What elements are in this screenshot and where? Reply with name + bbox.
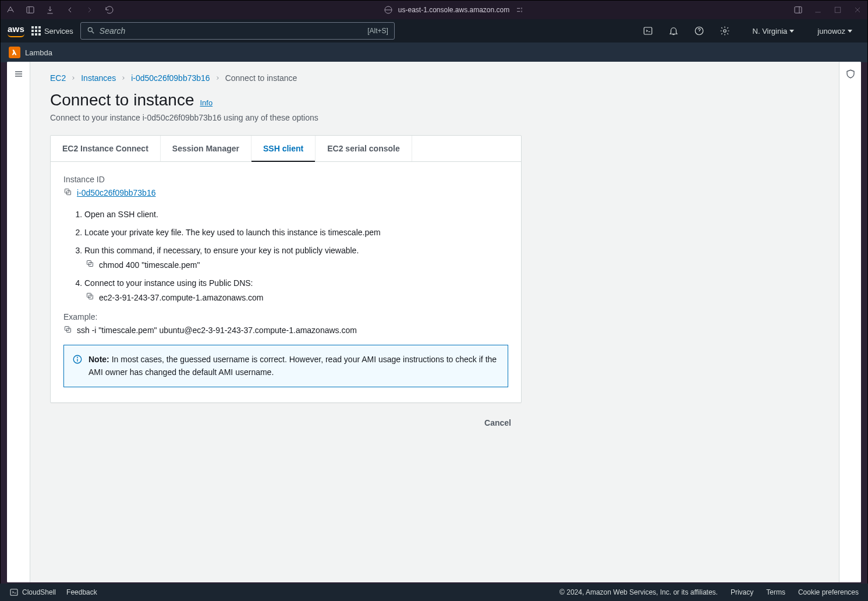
breadcrumb-ec2[interactable]: EC2 — [50, 73, 66, 83]
window-minimize-icon[interactable] — [813, 5, 823, 15]
ssh-steps: Open an SSH client. Locate your private … — [74, 208, 508, 304]
tab-ec2-instance-connect[interactable]: EC2 Instance Connect — [51, 136, 161, 161]
console-body: EC2 Instances i-0d50c26f09bb73b16 Connec… — [7, 62, 861, 582]
site-security-icon[interactable] — [383, 5, 394, 15]
tab-serial-console[interactable]: EC2 serial console — [316, 136, 412, 161]
page-subtitle: Connect to your instance i-0d50c26f09bb7… — [50, 113, 819, 122]
chevron-right-icon — [121, 73, 126, 83]
account-label: junowoz — [817, 27, 845, 36]
chevron-down-icon — [789, 30, 794, 33]
copy-icon[interactable] — [63, 188, 72, 198]
page-actions: Cancel — [50, 413, 522, 432]
note-bold: Note: — [88, 355, 109, 364]
public-dns-value: ec2-3-91-243-37.compute-1.amazonaws.com — [99, 292, 263, 304]
privacy-link[interactable]: Privacy — [731, 588, 753, 596]
cloudshell-label: CloudShell — [22, 588, 56, 596]
global-search[interactable]: Search [Alt+S] — [80, 22, 395, 40]
copy-icon[interactable] — [86, 259, 94, 271]
note-box: Note: In most cases, the guessed usernam… — [63, 345, 508, 387]
example-label: Example: — [63, 312, 508, 321]
cancel-button[interactable]: Cancel — [474, 413, 522, 432]
services-menu[interactable]: Services — [31, 26, 73, 36]
cloudshell-button[interactable]: CloudShell — [9, 588, 56, 597]
services-label: Services — [44, 27, 73, 36]
browser-chrome: us-east-1.console.aws.amazon.com — [1, 1, 867, 19]
notifications-icon[interactable] — [661, 19, 686, 43]
account-menu[interactable]: junowoz — [809, 27, 860, 36]
cookie-preferences-link[interactable]: Cookie preferences — [798, 588, 859, 596]
tab-ssh-client[interactable]: SSH client — [251, 136, 316, 161]
sidebar-toggle-icon[interactable] — [25, 5, 36, 15]
region-label: N. Virginia — [753, 27, 788, 36]
lambda-icon[interactable] — [9, 47, 20, 58]
copy-icon[interactable] — [63, 325, 72, 335]
page-title-text: Connect to instance — [50, 91, 194, 109]
tabs: EC2 Instance Connect Session Manager SSH… — [51, 136, 521, 162]
step-4-text: Connect to your instance using its Publi… — [84, 278, 253, 288]
svg-point-8 — [88, 27, 92, 31]
terms-link[interactable]: Terms — [766, 588, 785, 596]
copyright-text: © 2024, Amazon Web Services, Inc. or its… — [559, 588, 718, 596]
search-placeholder: Search — [100, 26, 125, 36]
breadcrumb: EC2 Instances i-0d50c26f09bb73b16 Connec… — [50, 73, 819, 83]
nav-forward-icon — [84, 5, 95, 15]
svg-point-26 — [77, 357, 78, 358]
step-2: Locate your private key file. The key us… — [84, 227, 508, 239]
step-3: Run this command, if necessary, to ensur… — [84, 245, 508, 271]
example-command: ssh -i "timescale.pem" ubuntu@ec2-3-91-2… — [77, 326, 357, 335]
info-link[interactable]: Info — [200, 98, 213, 107]
right-rail — [839, 62, 861, 582]
services-grid-icon — [31, 26, 41, 36]
svg-rect-4 — [795, 7, 802, 13]
step-1: Open an SSH client. — [84, 208, 508, 221]
cloudshell-icon[interactable] — [635, 19, 661, 43]
window-maximize-icon[interactable] — [832, 5, 843, 15]
aws-footer: CloudShell Feedback © 2024, Amazon Web S… — [0, 584, 868, 601]
aws-logo[interactable]: aws — [8, 24, 24, 37]
nav-back-icon[interactable] — [65, 5, 75, 15]
svg-rect-7 — [835, 7, 840, 12]
pinned-service-lambda[interactable]: Lambda — [25, 48, 52, 57]
note-text: In most cases, the guessed username is c… — [88, 355, 497, 377]
reload-icon[interactable] — [104, 5, 115, 15]
step-3-text: Run this command, if necessary, to ensur… — [84, 246, 359, 255]
chevron-down-icon — [848, 30, 852, 33]
step-4: Connect to your instance using its Publi… — [84, 277, 508, 304]
info-icon — [72, 354, 83, 365]
chevron-right-icon — [70, 73, 76, 83]
chmod-command: chmod 400 "timescale.pem" — [99, 259, 200, 271]
search-shortcut: [Alt+S] — [367, 27, 388, 35]
settings-icon[interactable] — [712, 19, 738, 43]
region-selector[interactable]: N. Virginia — [745, 27, 803, 36]
window-close-icon[interactable] — [852, 5, 863, 15]
page-title: Connect to instance Info — [50, 91, 819, 109]
pinned-services-bar: Lambda — [1, 43, 867, 62]
hamburger-icon[interactable] — [13, 69, 24, 582]
aws-global-nav: aws Services Search [Alt+S] N. Virginia … — [1, 19, 867, 43]
chevron-right-icon — [215, 73, 221, 83]
instance-id-value[interactable]: i-0d50c26f09bb73b16 — [77, 188, 155, 197]
breadcrumb-instance-id[interactable]: i-0d50c26f09bb73b16 — [131, 73, 210, 83]
svg-rect-0 — [27, 7, 34, 13]
arc-logo-icon[interactable] — [5, 5, 16, 15]
svg-line-9 — [92, 31, 94, 33]
svg-point-12 — [724, 30, 727, 33]
help-icon[interactable] — [686, 19, 712, 43]
instance-id-label: Instance ID — [63, 175, 508, 184]
security-shield-icon[interactable] — [845, 69, 856, 582]
breadcrumb-instances[interactable]: Instances — [81, 73, 116, 83]
split-view-icon[interactable] — [793, 5, 803, 15]
search-icon — [87, 26, 95, 36]
left-rail — [7, 62, 30, 582]
tab-session-manager[interactable]: Session Manager — [161, 136, 251, 161]
copy-icon[interactable] — [86, 292, 94, 304]
url-text[interactable]: us-east-1.console.aws.amazon.com — [398, 6, 509, 14]
download-icon[interactable] — [45, 5, 55, 15]
feedback-link[interactable]: Feedback — [66, 588, 97, 596]
breadcrumb-current: Connect to instance — [225, 73, 297, 83]
connect-panel: EC2 Instance Connect Session Manager SSH… — [50, 135, 522, 403]
site-settings-icon[interactable] — [514, 5, 525, 15]
